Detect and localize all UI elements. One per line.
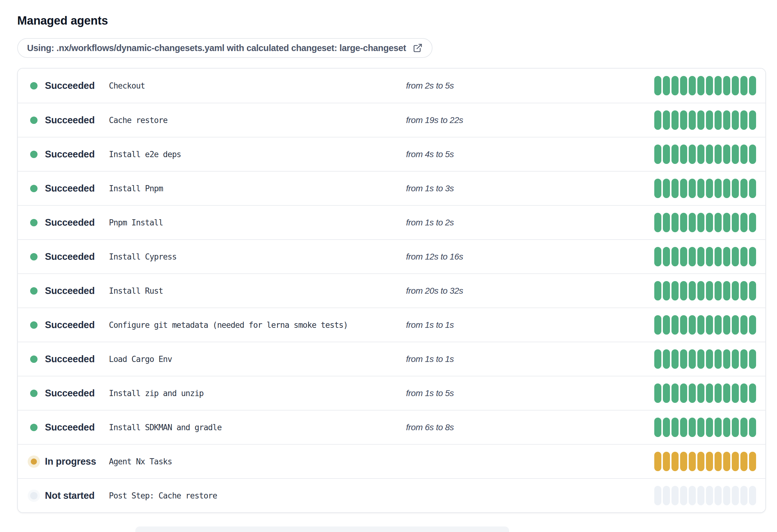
progress-segment xyxy=(654,452,661,471)
progress-segment xyxy=(697,247,704,266)
status-cell: Not started xyxy=(18,490,109,501)
progress-segment xyxy=(654,110,661,130)
progress-segment xyxy=(689,315,696,335)
progress-segment xyxy=(749,418,756,437)
progress-segment xyxy=(671,247,679,266)
agent-row: Succeeded Configure git metadata (needed… xyxy=(18,307,765,342)
step-cell: Configure git metadata (needed for lerna… xyxy=(109,320,406,329)
progress-segment xyxy=(714,281,722,300)
progress-segment xyxy=(741,281,748,300)
step-name: Install e2e deps xyxy=(109,150,181,159)
progress-segment xyxy=(749,76,756,95)
progress-segment xyxy=(723,110,730,130)
progress-segment xyxy=(749,452,756,471)
progress-segment xyxy=(663,418,670,437)
agent-progress-bar xyxy=(654,213,765,232)
progress-segment xyxy=(697,349,704,369)
status-label: Succeeded xyxy=(45,183,95,194)
progress-segment xyxy=(689,486,696,505)
progress-segment xyxy=(680,145,687,164)
progress-segment xyxy=(654,213,661,232)
progress-segment xyxy=(732,110,739,130)
status-cell: Succeeded xyxy=(18,354,109,365)
status-label: Succeeded xyxy=(45,354,95,365)
progress-segment xyxy=(732,315,739,335)
status-cell: Succeeded xyxy=(18,285,109,296)
progress-segment xyxy=(689,179,696,198)
agent-row: Succeeded Pnpm Install from 1s to 2s xyxy=(18,205,765,239)
progress-segment xyxy=(714,384,722,403)
progress-segment xyxy=(671,349,679,369)
progress-segment xyxy=(723,281,730,300)
progress-segment xyxy=(749,384,756,403)
progress-segment xyxy=(714,486,722,505)
progress-segment xyxy=(689,247,696,266)
duration-cell: from 1s to 2s xyxy=(406,218,654,228)
progress-segment xyxy=(714,247,722,266)
duration-cell: from 1s to 3s xyxy=(406,183,654,193)
agent-progress-bar xyxy=(654,179,765,198)
step-name: Install SDKMAN and gradle xyxy=(109,423,221,432)
progress-segment xyxy=(749,110,756,130)
progress-segment xyxy=(663,452,670,471)
status-dot xyxy=(30,390,37,397)
progress-segment xyxy=(706,110,713,130)
step-cell: Post Step: Cache restore xyxy=(109,491,406,500)
status-label: Succeeded xyxy=(45,388,95,399)
progress-segment xyxy=(723,418,730,437)
progress-segment xyxy=(706,486,713,505)
workflow-banner-link[interactable]: Using: .nx/workflows/dynamic-changesets.… xyxy=(17,38,433,58)
progress-segment xyxy=(663,179,670,198)
step-cell: Install e2e deps xyxy=(109,150,406,159)
progress-segment xyxy=(697,145,704,164)
status-dot xyxy=(30,321,37,329)
step-cell: Install Rust xyxy=(109,286,406,295)
step-cell: Load Cargo Env xyxy=(109,355,406,364)
agent-progress-bar xyxy=(654,418,765,437)
status-dot xyxy=(31,458,37,464)
progress-segment xyxy=(741,418,748,437)
agent-row: Succeeded Checkout from 2s to 5s xyxy=(18,69,765,103)
bottom-partial-element xyxy=(135,526,509,532)
duration-cell: from 19s to 22s xyxy=(406,115,654,125)
agent-progress-bar xyxy=(654,281,765,300)
progress-segment xyxy=(741,213,748,232)
status-label: Succeeded xyxy=(45,422,95,433)
progress-segment xyxy=(741,349,748,369)
status-label: Succeeded xyxy=(45,285,95,296)
step-duration: from 1s to 2s xyxy=(406,218,454,227)
status-dot xyxy=(30,492,37,499)
status-cell: In progress xyxy=(18,456,109,467)
progress-segment xyxy=(663,76,670,95)
progress-segment xyxy=(654,315,661,335)
progress-segment xyxy=(741,179,748,198)
progress-segment xyxy=(714,179,722,198)
agent-row: In progress Agent Nx Tasks xyxy=(18,444,765,478)
progress-segment xyxy=(663,247,670,266)
status-dot xyxy=(30,356,37,363)
progress-segment xyxy=(732,76,739,95)
progress-segment xyxy=(671,213,679,232)
progress-segment xyxy=(663,486,670,505)
progress-segment xyxy=(749,213,756,232)
progress-segment xyxy=(663,110,670,130)
agent-progress-bar xyxy=(654,315,765,335)
status-dot xyxy=(30,219,37,226)
step-cell: Install Cypress xyxy=(109,252,406,261)
agent-row: Succeeded Install SDKMAN and gradle from… xyxy=(18,410,765,444)
workflow-banner-label: Using: .nx/workflows/dynamic-changesets.… xyxy=(27,43,406,53)
progress-segment xyxy=(706,315,713,335)
progress-segment xyxy=(741,76,748,95)
progress-segment xyxy=(706,418,713,437)
progress-segment xyxy=(741,486,748,505)
status-cell: Succeeded xyxy=(18,80,109,91)
step-cell: Install Pnpm xyxy=(109,184,406,193)
progress-segment xyxy=(671,281,679,300)
progress-segment xyxy=(706,179,713,198)
progress-segment xyxy=(723,452,730,471)
progress-segment xyxy=(714,315,722,335)
step-duration: from 19s to 22s xyxy=(406,115,463,125)
step-name: Install Cypress xyxy=(109,252,177,261)
progress-segment xyxy=(741,384,748,403)
progress-segment xyxy=(680,213,687,232)
